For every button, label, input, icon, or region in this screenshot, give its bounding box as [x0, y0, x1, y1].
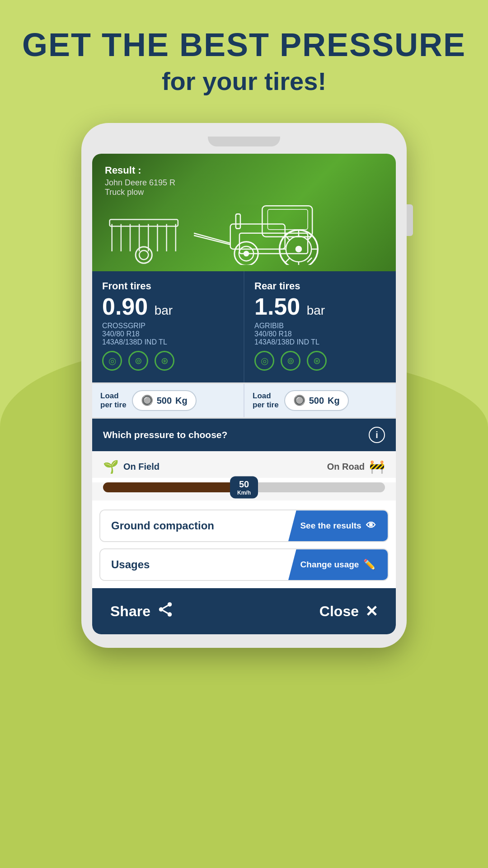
share-label: Share — [110, 603, 150, 620]
rear-tire-card: Rear tires 1.50 bar AGRIBIB 340/80 R18 1… — [244, 271, 396, 382]
rear-tire-icons: ◎ ⊚ ⊛ — [254, 351, 386, 371]
svg-point-33 — [159, 607, 164, 612]
close-label: Close — [319, 603, 359, 620]
front-load-cell: Loadper tire 🔘 500 Kg — [92, 384, 244, 417]
front-tire-pressure: 0.90 bar — [102, 295, 234, 318]
tire-cards: Front tires 0.90 bar CROSSGRIP 340/80 R1… — [92, 271, 396, 384]
ground-compaction-label: Ground compaction — [100, 510, 288, 541]
rear-tire-icon-3: ⊛ — [307, 351, 327, 371]
svg-point-10 — [139, 250, 148, 259]
svg-rect-28 — [267, 209, 308, 229]
svg-point-34 — [168, 613, 172, 617]
rear-tire-spec: 143A8/138D IND TL — [254, 338, 386, 346]
header: GET THE BEST PRESSURE for your tires! — [4, 0, 484, 114]
load-section: Loadper tire 🔘 500 Kg Loadper tire 🔘 500… — [92, 384, 396, 419]
rear-load-cell: Loadper tire 🔘 500 Kg — [244, 384, 396, 417]
road-icon: 🚧 — [369, 459, 385, 474]
svg-point-13 — [296, 246, 301, 252]
share-button[interactable]: Share — [110, 601, 174, 622]
rear-tire-title: Rear tires — [254, 280, 386, 292]
phone-screen: Result : John Deere 6195 R Truck plow — [92, 154, 396, 634]
close-button[interactable]: Close ✕ — [319, 602, 378, 620]
phone-side-button — [407, 204, 413, 236]
pressure-question: Which pressure to choose? — [103, 429, 227, 440]
field-icon: 🌱 — [103, 459, 119, 474]
tractor-illustration — [108, 192, 381, 267]
svg-point-9 — [136, 247, 152, 263]
rear-tire-brand: AGRIBIB — [254, 322, 386, 330]
share-icon — [157, 601, 174, 622]
front-tire-icons: ◎ ⊚ ⊛ — [102, 351, 234, 371]
front-tire-brand: CROSSGRIP — [102, 322, 234, 330]
change-usage-label: Change usage — [300, 560, 359, 570]
front-load-value: 🔘 500 Kg — [132, 390, 197, 411]
svg-line-36 — [163, 605, 168, 608]
phone-mockup: Result : John Deere 6195 R Truck plow — [81, 123, 407, 648]
usages-row[interactable]: Usages Change usage ✏️ — [99, 548, 389, 581]
slider-container: 50 Km/h — [92, 482, 396, 500]
front-tire-spec: 143A8/138D IND TL — [102, 338, 234, 346]
field-label: 🌱 On Field — [103, 459, 160, 474]
action-buttons: Ground compaction See the results 👁 Usag… — [92, 500, 396, 588]
rear-load-tire-icon: 🔘 — [293, 395, 305, 406]
pressure-bar[interactable]: Which pressure to choose? i — [92, 419, 396, 451]
svg-rect-29 — [236, 214, 240, 228]
svg-rect-8 — [110, 219, 178, 226]
front-load-tire-icon: 🔘 — [141, 395, 153, 406]
rear-tire-unit: bar — [307, 303, 325, 317]
edit-icon: ✏️ — [363, 559, 375, 571]
rear-tire-pressure: 1.50 bar — [254, 295, 386, 318]
front-tire-unit: bar — [155, 303, 173, 317]
tractor-banner: Result : John Deere 6195 R Truck plow — [92, 154, 396, 271]
svg-point-32 — [168, 602, 172, 607]
header-subtitle: for your tires! — [22, 66, 466, 96]
speed-thumb[interactable]: 50 Km/h — [230, 476, 258, 499]
eye-icon: 👁 — [366, 520, 376, 532]
result-label: Result : — [105, 165, 383, 176]
front-tire-icon-2: ⊚ — [128, 351, 148, 371]
info-icon[interactable]: i — [369, 427, 385, 443]
rear-load-label: Loadper tire — [253, 392, 279, 410]
front-tire-size: 340/80 R18 — [102, 330, 234, 338]
slider-track[interactable]: 50 Km/h — [103, 482, 385, 492]
header-title: GET THE BEST PRESSURE — [22, 27, 466, 63]
see-results-button[interactable]: See the results 👁 — [288, 510, 388, 541]
see-results-label: See the results — [300, 521, 361, 531]
front-load-label: Loadper tire — [100, 392, 127, 410]
svg-line-30 — [194, 233, 230, 243]
bottom-bar: Share Close ✕ — [92, 588, 396, 634]
usages-label: Usages — [100, 549, 288, 580]
rear-load-value: 🔘 500 Kg — [284, 390, 349, 411]
svg-line-31 — [194, 236, 230, 245]
svg-rect-27 — [262, 206, 312, 237]
road-label: On Road 🚧 — [327, 459, 385, 474]
front-tire-icon-1: ◎ — [102, 351, 122, 371]
phone-notch — [208, 137, 280, 146]
ground-compaction-row[interactable]: Ground compaction See the results 👁 — [99, 509, 389, 542]
rear-tire-size: 340/80 R18 — [254, 330, 386, 338]
close-icon: ✕ — [365, 602, 378, 620]
front-tire-card: Front tires 0.90 bar CROSSGRIP 340/80 R1… — [92, 271, 244, 382]
result-vehicle: John Deere 6195 R — [105, 178, 383, 188]
field-road-row: 🌱 On Field On Road 🚧 — [92, 451, 396, 478]
front-tire-icon-3: ⊛ — [155, 351, 174, 371]
rear-tire-icon-1: ◎ — [254, 351, 274, 371]
rear-tire-icon-2: ⊚ — [281, 351, 300, 371]
front-tire-title: Front tires — [102, 280, 234, 292]
svg-line-20 — [286, 258, 290, 262]
svg-line-35 — [163, 611, 168, 613]
change-usage-button[interactable]: Change usage ✏️ — [288, 549, 388, 580]
